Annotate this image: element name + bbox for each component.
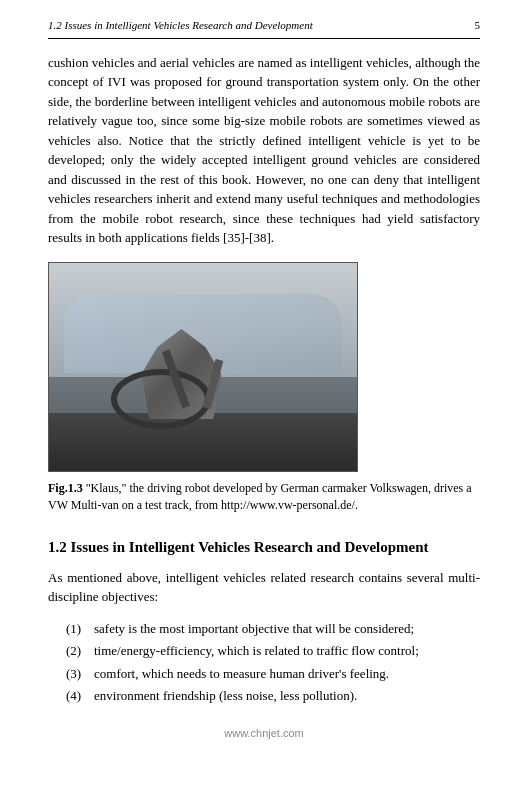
figure-dashboard [49, 413, 357, 471]
figure-image [48, 262, 358, 472]
list-num-3: (3) [58, 664, 94, 684]
figure-container: Fig.1.3 "Klaus," the driving robot devel… [48, 262, 480, 515]
list-item: (3) comfort, which needs to measure huma… [58, 664, 480, 684]
list-text-2: time/energy-efficiency, which is related… [94, 641, 480, 661]
watermark: www.chnjet.com [48, 726, 480, 742]
body-paragraph: cushion vehicles and aerial vehicles are… [48, 53, 480, 248]
page: 1.2 Issues in Intelligent Vehicles Resea… [0, 0, 528, 810]
list-num-4: (4) [58, 686, 94, 706]
section-intro: As mentioned above, intelligent vehicles… [48, 568, 480, 607]
figure-caption-text: "Klaus," the driving robot developed by … [48, 481, 472, 512]
figure-steering-wheel [111, 369, 211, 429]
list-item: (4) environment friendship (less noise, … [58, 686, 480, 706]
page-header: 1.2 Issues in Intelligent Vehicles Resea… [48, 18, 480, 39]
list-item: (1) safety is the most important objecti… [58, 619, 480, 639]
figure-label: Fig.1.3 [48, 481, 83, 495]
figure-bg [49, 263, 357, 471]
list-text-3: comfort, which needs to measure human dr… [94, 664, 480, 684]
section-heading: 1.2 Issues in Intelligent Vehicles Resea… [48, 537, 480, 558]
list-item: (2) time/energy-efficiency, which is rel… [58, 641, 480, 661]
watermark-url: www.chnjet.com [224, 727, 303, 739]
list-text-1: safety is the most important objective t… [94, 619, 480, 639]
header-title: 1.2 Issues in Intelligent Vehicles Resea… [48, 18, 313, 34]
header-page-number: 5 [475, 18, 481, 34]
list-text-4: environment friendship (less noise, less… [94, 686, 480, 706]
list-container: (1) safety is the most important objecti… [58, 619, 480, 706]
list-num-2: (2) [58, 641, 94, 661]
list-num-1: (1) [58, 619, 94, 639]
figure-caption: Fig.1.3 "Klaus," the driving robot devel… [48, 480, 478, 515]
